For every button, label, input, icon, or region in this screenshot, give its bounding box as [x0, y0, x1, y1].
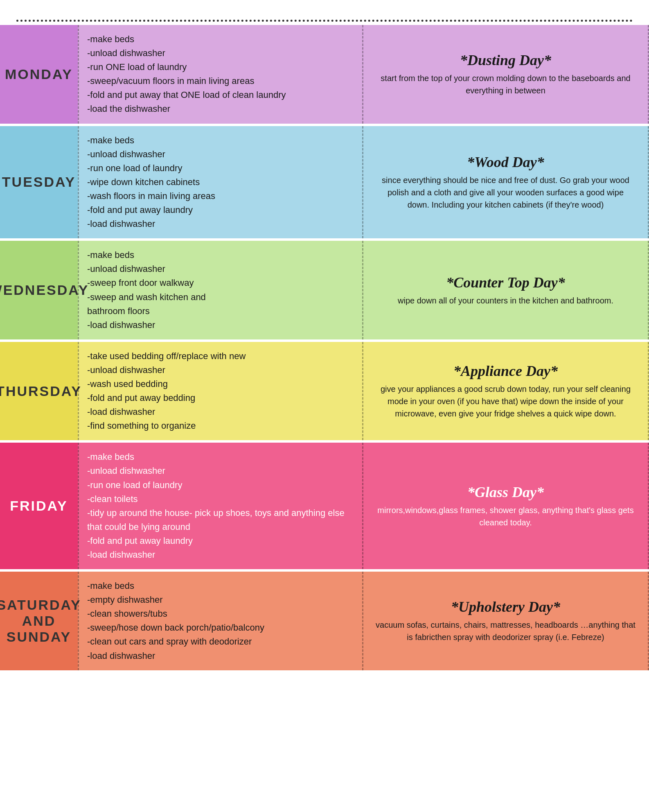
- task-item: -clean toilets: [87, 492, 354, 506]
- day-tasks-monday: -make beds-unload dishwasher-run ONE loa…: [78, 25, 363, 124]
- task-item: -take used bedding off/replace with new: [87, 349, 354, 363]
- day-label-wednesday: WEDNESDAY: [0, 241, 78, 339]
- task-item: -clean out cars and spray with deodorize…: [87, 635, 354, 649]
- day-name-wednesday: WEDNESDAY: [0, 282, 89, 298]
- task-item: -load dishwasher: [87, 649, 354, 663]
- day-special-saturday: *Upholstery Day*vacuum sofas, curtains, …: [363, 572, 649, 670]
- schedule-grid: MONDAY-make beds-unload dishwasher-run O…: [0, 25, 649, 673]
- task-item: -wash floors in main living areas: [87, 189, 354, 203]
- day-row-thursday: THURSDAY-take used bedding off/replace w…: [0, 342, 649, 443]
- day-tasks-tuesday: -make beds-unload dishwasher-run one loa…: [78, 126, 363, 239]
- special-day-desc: wipe down all of your counters in the ki…: [398, 294, 613, 307]
- task-item: -sweep/vacuum floors in main living area…: [87, 74, 354, 88]
- task-item: -load dishwasher: [87, 548, 354, 562]
- day-row-monday: MONDAY-make beds-unload dishwasher-run O…: [0, 25, 649, 126]
- special-day-title: *Glass Day*: [467, 484, 544, 501]
- day-name-friday: FRIDAY: [10, 498, 68, 514]
- task-item: -unload dishwasher: [87, 46, 354, 60]
- task-item: -sweep/hose down back porch/patio/balcon…: [87, 621, 354, 635]
- dotted-divider: [16, 20, 633, 22]
- day-name-monday: MONDAY: [5, 66, 73, 82]
- task-item: -sweep and wash kitchen and bathroom flo…: [87, 290, 354, 318]
- task-item: -empty dishwasher: [87, 593, 354, 607]
- special-day-desc: mirrors,windows,glass frames, shower gla…: [376, 504, 635, 529]
- task-item: -run ONE load of laundry: [87, 60, 354, 74]
- task-item: -find something to organize: [87, 419, 354, 433]
- day-tasks-wednesday: -make beds-unload dishwasher-sweep front…: [78, 241, 363, 339]
- task-item: -wash used bedding: [87, 377, 354, 391]
- day-label-friday: FRIDAY: [0, 443, 78, 569]
- header: [0, 0, 649, 16]
- day-label-tuesday: TUESDAY: [0, 126, 78, 239]
- task-item: -make beds: [87, 450, 354, 464]
- special-day-desc: vacuum sofas, curtains, chairs, mattress…: [376, 619, 635, 643]
- task-item: -run one load of laundry: [87, 161, 354, 175]
- task-item: -load dishwasher: [87, 318, 354, 332]
- day-special-tuesday: *Wood Day*since everything should be nic…: [363, 126, 649, 239]
- task-item: -load dishwasher: [87, 217, 354, 231]
- day-special-thursday: *Appliance Day*give your appliances a go…: [363, 342, 649, 441]
- task-item: -unload dishwasher: [87, 464, 354, 478]
- day-row-friday: FRIDAY-make beds-unload dishwasher-run o…: [0, 443, 649, 572]
- day-row-saturday: SATURDAYANDSUNDAY-make beds-empty dishwa…: [0, 572, 649, 673]
- task-item: -fold and put away that ONE load of clea…: [87, 88, 354, 102]
- day-row-tuesday: TUESDAY-make beds-unload dishwasher-run …: [0, 126, 649, 241]
- task-item: -make beds: [87, 248, 354, 262]
- day-label-thursday: THURSDAY: [0, 342, 78, 441]
- task-item: -tidy up around the house- pick up shoes…: [87, 506, 354, 534]
- day-tasks-saturday: -make beds-empty dishwasher-clean shower…: [78, 572, 363, 670]
- day-name-tuesday: TUESDAY: [2, 174, 76, 190]
- special-day-title: *Upholstery Day*: [451, 598, 560, 615]
- special-day-desc: start from the top of your crown molding…: [376, 72, 635, 97]
- day-tasks-friday: -make beds-unload dishwasher-run one loa…: [78, 443, 363, 569]
- task-item: -clean showers/tubs: [87, 607, 354, 621]
- day-tasks-thursday: -take used bedding off/replace with new-…: [78, 342, 363, 441]
- day-label-monday: MONDAY: [0, 25, 78, 124]
- task-item: -fold and put away laundry: [87, 534, 354, 548]
- task-item: -load the dishwasher: [87, 102, 354, 116]
- task-item: -make beds: [87, 579, 354, 593]
- task-item: -unload dishwasher: [87, 147, 354, 161]
- day-name-saturday: SATURDAYANDSUNDAY: [0, 597, 81, 645]
- day-row-wednesday: WEDNESDAY-make beds-unload dishwasher-sw…: [0, 241, 649, 342]
- day-special-monday: *Dusting Day*start from the top of your …: [363, 25, 649, 124]
- task-item: -unload dishwasher: [87, 363, 354, 377]
- special-day-title: *Wood Day*: [467, 154, 544, 171]
- task-item: -make beds: [87, 133, 354, 147]
- special-day-title: *Appliance Day*: [453, 362, 558, 380]
- task-item: -sweep front door walkway: [87, 276, 354, 290]
- special-day-title: *Counter Top Day*: [446, 274, 565, 291]
- page: MONDAY-make beds-unload dishwasher-run O…: [0, 0, 649, 673]
- day-special-friday: *Glass Day*mirrors,windows,glass frames,…: [363, 443, 649, 569]
- day-name-thursday: THURSDAY: [0, 383, 82, 399]
- task-item: -fold and put away laundry: [87, 203, 354, 217]
- task-item: -run one load of laundry: [87, 478, 354, 492]
- task-item: -load dishwasher: [87, 405, 354, 419]
- task-item: -wipe down kitchen cabinets: [87, 175, 354, 189]
- task-item: -make beds: [87, 32, 354, 46]
- task-item: -unload dishwasher: [87, 262, 354, 276]
- special-day-desc: since everything should be nice and free…: [376, 174, 635, 211]
- special-day-title: *Dusting Day*: [460, 52, 551, 69]
- task-item: -fold and put away bedding: [87, 391, 354, 405]
- special-day-desc: give your appliances a good scrub down t…: [376, 383, 635, 420]
- day-label-saturday: SATURDAYANDSUNDAY: [0, 572, 78, 670]
- day-special-wednesday: *Counter Top Day*wipe down all of your c…: [363, 241, 649, 339]
